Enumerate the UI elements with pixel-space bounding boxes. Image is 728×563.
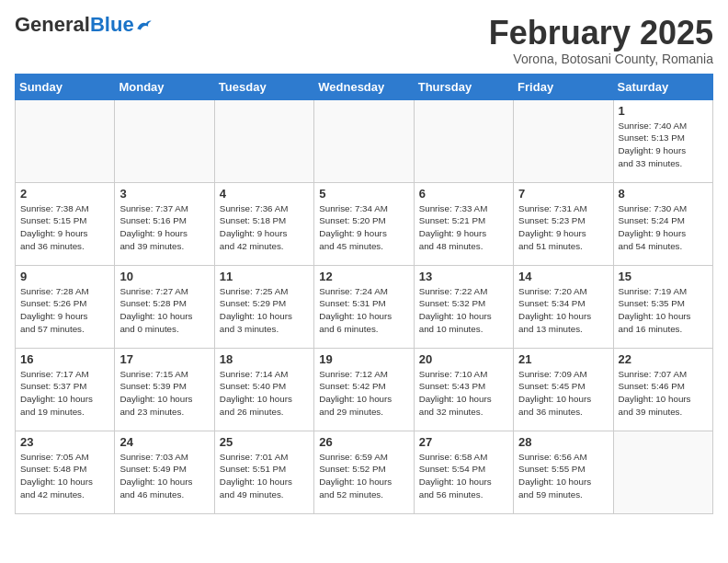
calendar-cell	[214, 99, 313, 182]
calendar-cell: 15Sunrise: 7:19 AM Sunset: 5:35 PM Dayli…	[613, 265, 712, 348]
day-info: Sunrise: 7:20 AM Sunset: 5:34 PM Dayligh…	[518, 285, 608, 336]
col-friday: Friday	[514, 74, 613, 99]
logo: GeneralBlue	[15, 15, 153, 35]
calendar-week-3: 9Sunrise: 7:28 AM Sunset: 5:26 PM Daylig…	[16, 265, 713, 348]
calendar-cell: 18Sunrise: 7:14 AM Sunset: 5:40 PM Dayli…	[214, 348, 313, 431]
day-info: Sunrise: 7:10 AM Sunset: 5:43 PM Dayligh…	[419, 368, 508, 419]
title-area: February 2025 Vorona, Botosani County, R…	[489, 15, 713, 66]
calendar-week-1: 1Sunrise: 7:40 AM Sunset: 5:13 PM Daylig…	[16, 99, 713, 182]
calendar-cell	[613, 431, 712, 513]
calendar-cell: 16Sunrise: 7:17 AM Sunset: 5:37 PM Dayli…	[16, 348, 115, 431]
day-info: Sunrise: 7:36 AM Sunset: 5:18 PM Dayligh…	[220, 202, 309, 253]
day-number: 19	[319, 352, 408, 366]
calendar-cell: 6Sunrise: 7:33 AM Sunset: 5:21 PM Daylig…	[414, 182, 513, 265]
day-info: Sunrise: 7:03 AM Sunset: 5:49 PM Dayligh…	[119, 451, 209, 501]
day-number: 23	[20, 435, 109, 449]
col-thursday: Thursday	[414, 74, 513, 99]
calendar-cell: 8Sunrise: 7:30 AM Sunset: 5:24 PM Daylig…	[613, 182, 712, 265]
day-number: 2	[20, 187, 109, 201]
day-number: 21	[518, 352, 608, 366]
day-info: Sunrise: 7:09 AM Sunset: 5:45 PM Dayligh…	[518, 368, 608, 419]
day-info: Sunrise: 7:25 AM Sunset: 5:29 PM Dayligh…	[220, 285, 309, 336]
calendar-cell: 26Sunrise: 6:59 AM Sunset: 5:52 PM Dayli…	[314, 431, 414, 513]
day-number: 25	[220, 435, 309, 449]
logo-text: GeneralBlue	[15, 15, 134, 35]
calendar-cell: 2Sunrise: 7:38 AM Sunset: 5:15 PM Daylig…	[16, 182, 115, 265]
day-number: 16	[20, 352, 109, 366]
calendar-cell	[16, 99, 115, 182]
calendar-cell: 19Sunrise: 7:12 AM Sunset: 5:42 PM Dayli…	[314, 348, 414, 431]
day-info: Sunrise: 7:07 AM Sunset: 5:46 PM Dayligh…	[619, 368, 708, 419]
calendar-cell: 3Sunrise: 7:37 AM Sunset: 5:16 PM Daylig…	[115, 182, 214, 265]
calendar-subtitle: Vorona, Botosani County, Romania	[489, 52, 713, 66]
calendar-cell	[414, 99, 513, 182]
day-info: Sunrise: 7:24 AM Sunset: 5:31 PM Dayligh…	[319, 285, 408, 336]
calendar-cell: 1Sunrise: 7:40 AM Sunset: 5:13 PM Daylig…	[613, 99, 712, 182]
day-info: Sunrise: 7:30 AM Sunset: 5:24 PM Dayligh…	[619, 202, 708, 253]
calendar-cell: 27Sunrise: 6:58 AM Sunset: 5:54 PM Dayli…	[414, 431, 513, 513]
calendar-cell: 10Sunrise: 7:27 AM Sunset: 5:28 PM Dayli…	[115, 265, 214, 348]
day-info: Sunrise: 7:14 AM Sunset: 5:40 PM Dayligh…	[220, 368, 309, 419]
day-number: 28	[518, 435, 608, 449]
calendar-cell	[314, 99, 414, 182]
calendar-header-row: Sunday Monday Tuesday Wednesday Thursday…	[16, 74, 713, 99]
day-number: 27	[419, 435, 508, 449]
calendar-cell	[514, 99, 613, 182]
day-info: Sunrise: 6:59 AM Sunset: 5:52 PM Dayligh…	[319, 451, 408, 501]
calendar-cell: 23Sunrise: 7:05 AM Sunset: 5:48 PM Dayli…	[16, 431, 115, 513]
day-number: 4	[220, 187, 309, 201]
day-number: 1	[619, 104, 708, 118]
day-info: Sunrise: 7:38 AM Sunset: 5:15 PM Dayligh…	[20, 202, 109, 253]
calendar-title: February 2025	[489, 15, 713, 52]
calendar-cell: 17Sunrise: 7:15 AM Sunset: 5:39 PM Dayli…	[115, 348, 214, 431]
calendar-cell: 21Sunrise: 7:09 AM Sunset: 5:45 PM Dayli…	[514, 348, 613, 431]
day-info: Sunrise: 7:27 AM Sunset: 5:28 PM Dayligh…	[119, 285, 209, 336]
day-number: 3	[119, 187, 209, 201]
day-number: 5	[319, 187, 408, 201]
calendar-cell: 11Sunrise: 7:25 AM Sunset: 5:29 PM Dayli…	[214, 265, 313, 348]
calendar-cell: 13Sunrise: 7:22 AM Sunset: 5:32 PM Dayli…	[414, 265, 513, 348]
calendar-cell	[115, 99, 214, 182]
day-number: 7	[518, 187, 608, 201]
calendar-cell: 12Sunrise: 7:24 AM Sunset: 5:31 PM Dayli…	[314, 265, 414, 348]
day-info: Sunrise: 7:15 AM Sunset: 5:39 PM Dayligh…	[119, 368, 209, 419]
day-info: Sunrise: 7:33 AM Sunset: 5:21 PM Dayligh…	[419, 202, 508, 253]
calendar-cell: 14Sunrise: 7:20 AM Sunset: 5:34 PM Dayli…	[514, 265, 613, 348]
logo-bird-icon	[136, 18, 153, 31]
day-number: 11	[220, 270, 309, 283]
calendar-week-2: 2Sunrise: 7:38 AM Sunset: 5:15 PM Daylig…	[16, 182, 713, 265]
day-number: 24	[119, 435, 209, 449]
day-number: 10	[119, 270, 209, 283]
day-number: 17	[119, 352, 209, 366]
calendar-cell: 9Sunrise: 7:28 AM Sunset: 5:26 PM Daylig…	[16, 265, 115, 348]
day-info: Sunrise: 7:01 AM Sunset: 5:51 PM Dayligh…	[220, 451, 309, 501]
calendar-cell: 4Sunrise: 7:36 AM Sunset: 5:18 PM Daylig…	[214, 182, 313, 265]
day-number: 6	[419, 187, 508, 201]
day-number: 15	[619, 270, 708, 283]
col-saturday: Saturday	[613, 74, 712, 99]
day-number: 14	[518, 270, 608, 283]
calendar-cell: 28Sunrise: 6:56 AM Sunset: 5:55 PM Dayli…	[514, 431, 613, 513]
col-sunday: Sunday	[16, 74, 115, 99]
day-info: Sunrise: 7:31 AM Sunset: 5:23 PM Dayligh…	[518, 202, 608, 253]
day-info: Sunrise: 7:37 AM Sunset: 5:16 PM Dayligh…	[119, 202, 209, 253]
day-info: Sunrise: 7:19 AM Sunset: 5:35 PM Dayligh…	[619, 285, 708, 336]
day-number: 8	[619, 187, 708, 201]
day-number: 26	[319, 435, 408, 449]
day-info: Sunrise: 6:56 AM Sunset: 5:55 PM Dayligh…	[518, 451, 608, 501]
calendar-cell: 7Sunrise: 7:31 AM Sunset: 5:23 PM Daylig…	[514, 182, 613, 265]
day-info: Sunrise: 7:28 AM Sunset: 5:26 PM Dayligh…	[20, 285, 109, 336]
day-number: 18	[220, 352, 309, 366]
header: GeneralBlue February 2025 Vorona, Botosa…	[15, 15, 713, 66]
calendar-cell: 20Sunrise: 7:10 AM Sunset: 5:43 PM Dayli…	[414, 348, 513, 431]
day-info: Sunrise: 7:12 AM Sunset: 5:42 PM Dayligh…	[319, 368, 408, 419]
day-number: 9	[20, 270, 109, 283]
day-number: 13	[419, 270, 508, 283]
day-number: 12	[319, 270, 408, 283]
day-number: 20	[419, 352, 508, 366]
day-info: Sunrise: 7:34 AM Sunset: 5:20 PM Dayligh…	[319, 202, 408, 253]
calendar-week-4: 16Sunrise: 7:17 AM Sunset: 5:37 PM Dayli…	[16, 348, 713, 431]
col-tuesday: Tuesday	[214, 74, 313, 99]
calendar-table: Sunday Monday Tuesday Wednesday Thursday…	[15, 74, 713, 514]
col-monday: Monday	[115, 74, 214, 99]
